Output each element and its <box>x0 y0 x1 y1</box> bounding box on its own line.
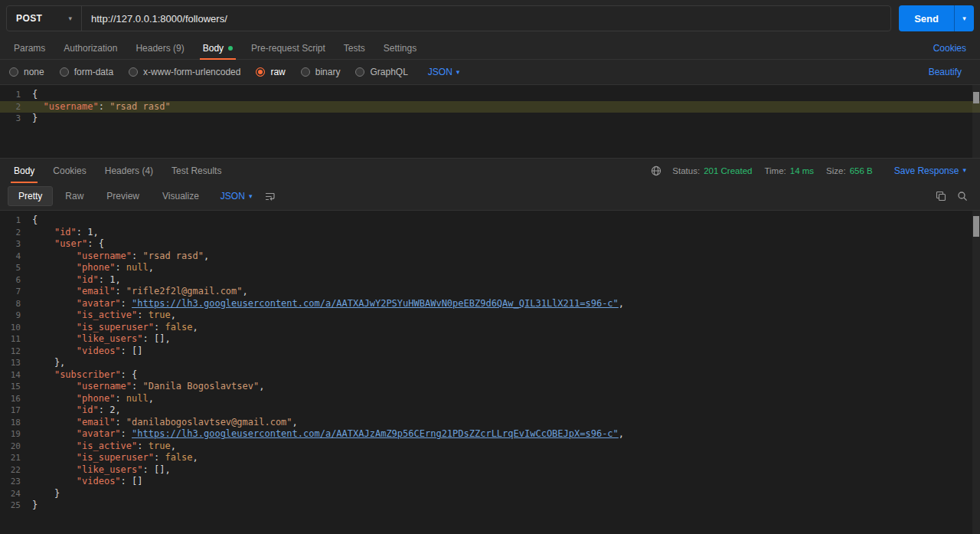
response-language-select[interactable]: JSON ▾ <box>220 191 253 201</box>
code-line: 16 "phone": null, <box>0 393 980 405</box>
scrollbar-thumb[interactable] <box>973 216 979 237</box>
view-pretty[interactable]: Pretty <box>8 186 53 206</box>
body-modified-dot-icon <box>228 46 233 51</box>
mode-label: form-data <box>74 67 113 77</box>
code-line: 1{ <box>0 215 980 227</box>
tab-pre-request-script[interactable]: Pre-request Script <box>242 37 335 59</box>
raw-language-select[interactable]: JSON ▾ <box>428 67 460 77</box>
tab-label: Authorization <box>64 43 117 54</box>
url-link[interactable]: "https://lh3.googleusercontent.com/a/AAT… <box>132 428 619 439</box>
line-number: 19 <box>0 428 32 441</box>
response-tabs: Body Cookies Headers (4) Test Results St… <box>0 158 980 182</box>
code-line: 2 "id": 1, <box>0 227 980 239</box>
response-body-editor[interactable]: 1{2 "id": 1,3 "user": {4 "username": "rs… <box>0 210 980 534</box>
network-globe-icon[interactable] <box>651 165 662 176</box>
response-code-area[interactable]: 1{2 "id": 1,3 "user": {4 "username": "rs… <box>0 211 980 512</box>
body-mode-none[interactable]: none <box>9 67 44 77</box>
tab-body[interactable]: Body <box>194 37 242 59</box>
view-raw[interactable]: Raw <box>54 186 94 206</box>
body-mode-graphql[interactable]: GraphQL <box>355 67 407 77</box>
tab-tests[interactable]: Tests <box>335 37 374 59</box>
time-value: 14 ms <box>790 166 814 175</box>
view-visualize[interactable]: Visualize <box>152 186 210 206</box>
mode-label: none <box>24 67 44 77</box>
code-line: 12 "videos": [] <box>0 346 980 358</box>
code-line: 17 "id": 2, <box>0 405 980 417</box>
line-number: 7 <box>0 286 32 298</box>
url-input[interactable]: http://127.0.0.1:8000/followers/ <box>82 6 890 31</box>
code-line: 24 } <box>0 488 980 500</box>
send-options-button[interactable]: ▾ <box>954 5 974 31</box>
status-label: Status: <box>672 166 700 175</box>
status-value: 201 Created <box>704 166 752 175</box>
tab-label: Headers (4) <box>105 165 153 176</box>
save-response-button[interactable]: Save Response ▾ <box>885 165 975 176</box>
code-line: 19 "avatar": "https://lh3.googleusercont… <box>0 428 980 441</box>
scrollbar-thumb[interactable] <box>973 92 979 103</box>
scrollbar-track[interactable] <box>972 211 980 534</box>
chevron-down-icon: ▾ <box>962 15 966 22</box>
tab-label: Body <box>14 165 34 176</box>
line-number: 21 <box>0 452 32 464</box>
body-mode-form-data[interactable]: form-data <box>60 67 113 77</box>
code-line: 6 "id": 1, <box>0 274 980 287</box>
request-url-bar: POST ▾ http://127.0.0.1:8000/followers/ … <box>0 0 980 37</box>
request-body-editor[interactable]: 1{2 "username": "rsad rasd"3} <box>0 84 980 158</box>
line-number: 2 <box>0 227 32 239</box>
tab-settings[interactable]: Settings <box>374 37 426 59</box>
line-number: 11 <box>0 333 32 346</box>
line-number: 23 <box>0 476 32 488</box>
wrap-text-icon[interactable] <box>260 187 279 205</box>
code-line: 4 "username": "rsad rasd", <box>0 251 980 263</box>
code-line: 21 "is_superuser": false, <box>0 452 980 464</box>
request-code-area[interactable]: 1{2 "username": "rsad rasd"3} <box>0 85 980 125</box>
scrollbar-track[interactable] <box>972 85 980 158</box>
size-label: Size: <box>826 166 846 175</box>
line-number: 9 <box>0 310 32 322</box>
line-number: 8 <box>0 298 32 310</box>
chevron-down-icon: ▾ <box>249 193 253 200</box>
chevron-down-icon: ▾ <box>68 15 72 22</box>
url-link[interactable]: "https://lh3.googleusercontent.com/a/AAT… <box>132 298 619 309</box>
tab-headers[interactable]: Headers (9) <box>126 37 193 59</box>
body-mode-x-www-form-urlencoded[interactable]: x-www-form-urlencoded <box>129 67 240 77</box>
response-language-label: JSON <box>220 191 245 201</box>
send-button[interactable]: Send <box>899 5 954 31</box>
line-number: 3 <box>0 113 32 125</box>
postman-app: POST ▾ http://127.0.0.1:8000/followers/ … <box>0 0 980 534</box>
code-line: 11 "like_users": [], <box>0 333 980 346</box>
beautify-link[interactable]: Beautify <box>920 67 971 77</box>
response-tab-test-results[interactable]: Test Results <box>162 159 230 182</box>
size-value: 656 B <box>850 166 873 175</box>
code-line: 15 "username": "Danila Bogoslavtsev", <box>0 381 980 393</box>
code-line: 10 "is_superuser": false, <box>0 322 980 334</box>
send-button-group: Send ▾ <box>899 5 974 31</box>
view-preview[interactable]: Preview <box>96 186 150 206</box>
radio-icon <box>301 67 310 77</box>
method-select[interactable]: POST ▾ <box>7 6 82 31</box>
tab-params[interactable]: Params <box>5 37 54 59</box>
response-tab-body[interactable]: Body <box>5 159 44 182</box>
search-icon[interactable] <box>952 187 972 205</box>
line-number: 25 <box>0 500 32 512</box>
time-label: Time: <box>764 166 786 175</box>
body-mode-binary[interactable]: binary <box>301 67 341 77</box>
tab-label: Headers (9) <box>136 43 184 54</box>
copy-icon[interactable] <box>931 187 951 205</box>
code-line: 22 "like_users": [], <box>0 464 980 477</box>
response-tab-headers[interactable]: Headers (4) <box>96 159 162 182</box>
body-mode-raw[interactable]: raw <box>256 67 285 77</box>
cookies-link[interactable]: Cookies <box>924 37 975 59</box>
tab-label: Test Results <box>172 165 221 176</box>
line-number: 18 <box>0 417 32 429</box>
response-tab-cookies[interactable]: Cookies <box>44 159 95 182</box>
tab-label: Params <box>14 43 45 54</box>
radio-icon <box>129 67 138 77</box>
code-line: 7 "email": "rifle2f2l@gmail.com", <box>0 286 980 298</box>
spacer <box>230 159 651 182</box>
method-label: POST <box>16 13 42 24</box>
mode-label: GraphQL <box>370 67 407 77</box>
tab-authorization[interactable]: Authorization <box>54 37 126 59</box>
line-number: 10 <box>0 322 32 334</box>
code-line: 5 "phone": null, <box>0 262 980 274</box>
